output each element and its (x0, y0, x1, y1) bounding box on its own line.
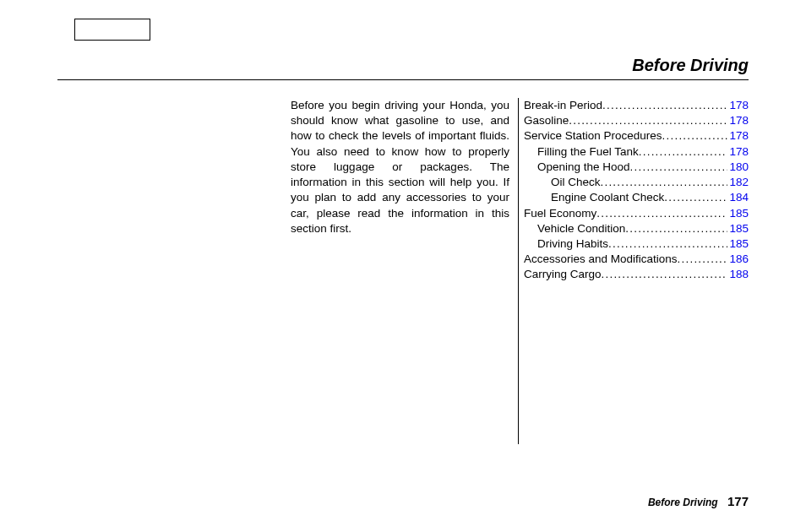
toc-entry-label: Filling the Fuel Tank (524, 144, 639, 160)
toc-entry-page[interactable]: 184 (727, 190, 749, 205)
toc-list: Break-in Period.........................… (524, 98, 749, 444)
toc-entry-leader: ........................................… (608, 236, 727, 252)
toc-entry[interactable]: Filling the Fuel Tank...................… (524, 144, 749, 160)
toc-entry-leader: ........................................… (630, 160, 728, 175)
toc-entry-leader: ........................................… (678, 252, 728, 267)
toc-entry-page[interactable]: 180 (727, 160, 749, 175)
toc-entry-label: Service Station Procedures (524, 128, 662, 144)
toc-entry-label: Opening the Hood (524, 160, 630, 175)
toc-entry-leader: ........................................… (602, 267, 728, 282)
toc-entry-page[interactable]: 185 (727, 221, 749, 236)
toc-entry-page[interactable]: 178 (727, 113, 749, 128)
footer-page-number: 177 (727, 494, 749, 508)
column-divider (518, 98, 519, 444)
page-footer: Before Driving 177 (648, 494, 749, 508)
toc-entry-label: Break-in Period (524, 98, 602, 113)
toc-entry-leader: ........................................… (596, 206, 727, 221)
toc-entry[interactable]: Vehicle Condition.......................… (524, 221, 749, 236)
header-rule (57, 79, 749, 80)
toc-entry-label: Vehicle Condition (524, 221, 625, 236)
toc-entry-leader: ........................................… (664, 190, 727, 205)
toc-entry-label: Fuel Economy (524, 206, 596, 221)
toc-entry-label: Engine Coolant Check (524, 190, 664, 205)
toc-entry[interactable]: Opening the Hood........................… (524, 160, 749, 175)
toc-entry-page[interactable]: 182 (727, 175, 749, 190)
toc-entry-label: Accessories and Modifications (524, 252, 678, 267)
toc-entry[interactable]: Driving Habits..........................… (524, 236, 749, 252)
toc-entry-leader: ........................................… (625, 221, 727, 236)
toc-entry-page[interactable]: 178 (727, 144, 749, 160)
toc-entry[interactable]: Fuel Economy............................… (524, 206, 749, 221)
toc-entry-leader: ........................................… (662, 128, 728, 144)
toc-entry[interactable]: Break-in Period.........................… (524, 98, 749, 113)
toc-entry-label: Carrying Cargo (524, 267, 602, 282)
toc-entry-label: Driving Habits (524, 236, 608, 252)
toc-entry-page[interactable]: 185 (727, 236, 749, 252)
toc-entry-leader: ........................................… (602, 98, 727, 113)
toc-entry[interactable]: Carrying Cargo..........................… (524, 267, 749, 282)
footer-section-label: Before Driving (648, 497, 718, 508)
page-title: Before Driving (632, 56, 749, 75)
toc-entry-label: Oil Check (524, 175, 601, 190)
toc-entry[interactable]: Oil Check...............................… (524, 175, 749, 190)
toc-entry[interactable]: Accessories and Modifications...........… (524, 252, 749, 267)
toc-entry[interactable]: Engine Coolant Check....................… (524, 190, 749, 205)
toc-entry[interactable]: Gasoline................................… (524, 113, 749, 128)
toc-entry-page[interactable]: 186 (727, 252, 749, 267)
toc-entry-leader: ........................................… (601, 175, 728, 190)
toc-entry-label: Gasoline (524, 113, 569, 128)
toc-entry-page[interactable]: 185 (727, 206, 749, 221)
toc-entry-leader: ........................................… (639, 144, 728, 160)
toc-entry[interactable]: Service Station Procedures..............… (524, 128, 749, 144)
toc-entry-page[interactable]: 178 (727, 128, 749, 144)
toc-entry-page[interactable]: 178 (727, 98, 749, 113)
toc-entry-leader: ........................................… (569, 113, 727, 128)
content-area: Before you begin driving your Honda, you… (291, 98, 749, 444)
intro-paragraph: Before you begin driving your Honda, you… (291, 98, 516, 444)
tab-marker-box (74, 19, 150, 41)
toc-entry-page[interactable]: 188 (727, 267, 749, 282)
